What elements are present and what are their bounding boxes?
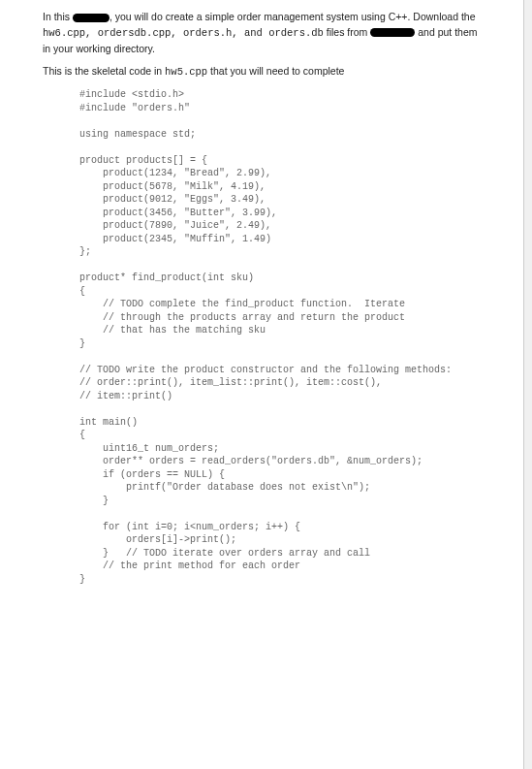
intro-paragraph-2: This is the skeletal code in hw5.cpp tha… (43, 64, 481, 80)
intro-paragraph-1: In this , you will do create a simple or… (43, 10, 481, 56)
redaction (370, 28, 415, 37)
text: , you will do create a simple order mana… (110, 11, 476, 22)
text: This is the skeletal code in (43, 65, 165, 77)
files-list: hw6.cpp, ordersdb.cpp, orders.h, and ord… (43, 27, 324, 39)
skeletal-file: hw5.cpp (165, 66, 207, 78)
redaction (73, 14, 110, 22)
code-block: #include <stdio.h> #include "orders.h" u… (79, 88, 481, 586)
text: In this (43, 11, 73, 22)
document-page: In this , you will do create a simple or… (0, 0, 524, 769)
text: that you will need to complete (207, 65, 344, 77)
text: files from (324, 26, 370, 38)
spacer (43, 595, 481, 769)
